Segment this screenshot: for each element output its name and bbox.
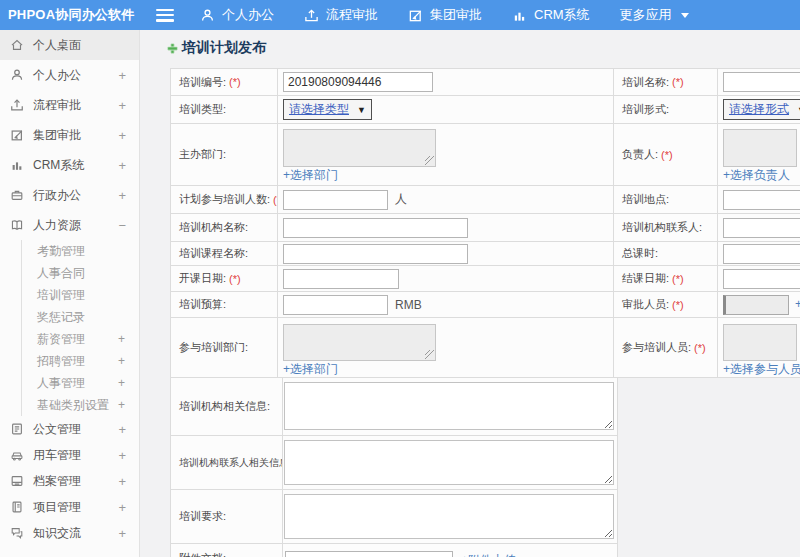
sidebar-item-document-mgmt[interactable]: 公文管理 + (0, 416, 139, 442)
nav-workflow-approval[interactable]: 流程审批 (304, 6, 378, 24)
field-label: 培训课程名称: (179, 246, 248, 261)
org-info-textarea[interactable] (284, 382, 614, 430)
training-no-input[interactable] (283, 72, 433, 92)
document-icon (10, 422, 24, 436)
sidebar-item-human-resources[interactable]: 人力资源 − (0, 210, 139, 240)
sidebar-item-label: 公文管理 (33, 421, 81, 438)
menu-toggle-icon[interactable] (156, 9, 174, 22)
expand-plus-icon[interactable]: + (118, 372, 125, 394)
expand-plus-icon[interactable]: + (118, 526, 126, 541)
select-approver-link[interactable]: +选择审批人员 (795, 296, 800, 313)
subitem-label: 基础类别设置 (37, 398, 109, 412)
approver-input[interactable] (723, 295, 789, 315)
select-dept-link[interactable]: +选择部门 (283, 167, 338, 184)
field-label: 参与培训部门: (179, 340, 248, 355)
sidebar-item-vehicle-mgmt[interactable]: 用车管理 + (0, 442, 139, 468)
sidebar-item-label: 知识交流 (33, 525, 81, 542)
sidebar-subitem-salary-mgmt[interactable]: 薪资管理+ (22, 328, 139, 350)
sidebar-item-label: 个人桌面 (33, 37, 81, 54)
sidebar-subitem-hr-contract[interactable]: 人事合同 (22, 262, 139, 284)
nav-crm-system[interactable]: CRM系统 (512, 6, 590, 24)
home-icon (10, 38, 24, 52)
expand-plus-icon[interactable]: + (118, 500, 126, 515)
budget-input[interactable] (283, 295, 388, 315)
course-name-input[interactable] (283, 244, 468, 264)
top-header: PHPOA协同办公软件 个人办公 流程审批 集团审批 CRM系统 更多应用 (0, 0, 800, 30)
nav-label: 个人办公 (222, 6, 274, 24)
sidebar-item-admin-office[interactable]: 行政办公 + (0, 180, 139, 210)
total-hours-input[interactable] (723, 244, 800, 264)
select-dept-link[interactable]: +选择部门 (283, 361, 338, 378)
requirements-textarea[interactable] (284, 494, 614, 539)
training-form-select[interactable]: 请选择形式 ▼ (723, 99, 800, 120)
join-dept-box[interactable] (283, 324, 436, 361)
field-label: 培训机构名称: (179, 220, 248, 235)
nav-personal-office[interactable]: 个人办公 (200, 6, 274, 24)
sidebar-item-personal-office[interactable]: 个人办公 + (0, 60, 139, 90)
nav-group-approval[interactable]: 集团审批 (408, 6, 482, 24)
expand-plus-icon[interactable]: + (118, 68, 126, 83)
location-input[interactable] (723, 190, 800, 210)
sidebar-item-workflow-approval[interactable]: 流程审批 + (0, 90, 139, 120)
sidebar-subitem-reward-record[interactable]: 奖惩记录 (22, 306, 139, 328)
leader-box[interactable] (723, 129, 797, 167)
select-caret-icon: ▼ (357, 105, 366, 115)
attachment-upload-link[interactable]: +附件上传 (461, 552, 516, 557)
expand-plus-icon[interactable]: + (118, 188, 126, 203)
subitem-label: 人事管理 (37, 376, 85, 390)
expand-plus-icon[interactable]: + (118, 328, 125, 350)
expand-plus-icon[interactable]: + (118, 158, 126, 173)
expand-plus-icon[interactable]: + (118, 474, 126, 489)
org-name-input[interactable] (283, 218, 468, 238)
org-contact-info-textarea[interactable] (284, 440, 614, 485)
car-icon (10, 448, 24, 462)
chart-icon (512, 8, 527, 23)
org-contact-input[interactable] (723, 218, 800, 238)
training-name-input[interactable] (723, 72, 800, 92)
chat-icon (10, 526, 24, 540)
select-value: 请选择类型 (289, 101, 349, 118)
training-type-select[interactable]: 请选择类型 ▼ (283, 99, 372, 120)
required-mark: (*) (229, 273, 241, 285)
expand-plus-icon[interactable]: + (118, 448, 126, 463)
sidebar-subitem-attendance[interactable]: 考勤管理 (22, 240, 139, 262)
training-form-textareas: 培训机构相关信息: 培训机构联系人相关信息: 培训要求: 附件文档: +附件上传 (170, 377, 618, 557)
collapse-minus-icon[interactable]: − (118, 218, 126, 233)
sidebar-item-label: 项目管理 (33, 499, 81, 516)
sidebar-item-label: CRM系统 (33, 157, 84, 174)
unit-label: 人 (395, 191, 407, 208)
field-label: 主办部门: (179, 147, 226, 162)
start-date-input[interactable] (283, 269, 399, 289)
expand-plus-icon[interactable]: + (118, 128, 126, 143)
sidebar-subitem-training-mgmt[interactable]: 培训管理 (22, 284, 139, 306)
expand-plus-icon[interactable]: + (118, 394, 125, 416)
sidebar-item-personal-desktop[interactable]: 个人桌面 (0, 30, 139, 60)
nav-more-apps[interactable]: 更多应用 (620, 6, 689, 24)
expand-plus-icon[interactable]: + (118, 98, 126, 113)
end-date-input[interactable] (723, 269, 800, 289)
join-people-box[interactable] (723, 324, 797, 361)
field-label: 计划参与培训人数: (179, 192, 270, 207)
field-label: 培训地点: (622, 192, 669, 207)
sidebar-item-label: 流程审批 (33, 97, 81, 114)
sidebar: 个人桌面 个人办公 + 流程审批 + 集团审批 + CRM系统 + 行政办公 +… (0, 30, 140, 557)
sidebar-item-archive-mgmt[interactable]: 档案管理 + (0, 468, 139, 494)
expand-plus-icon[interactable]: + (118, 422, 126, 437)
attachment-input[interactable] (285, 551, 453, 557)
sidebar-item-crm[interactable]: CRM系统 + (0, 150, 139, 180)
host-dept-box[interactable] (283, 129, 436, 167)
sidebar-subitem-recruit-mgmt[interactable]: 招聘管理+ (22, 350, 139, 372)
select-leader-link[interactable]: +选择负责人 (723, 167, 790, 184)
expand-plus-icon[interactable]: + (118, 350, 125, 372)
sidebar-item-knowledge-exchange[interactable]: 知识交流 + (0, 520, 139, 546)
sidebar-subitem-personnel-mgmt[interactable]: 人事管理+ (22, 372, 139, 394)
sidebar-item-project-mgmt[interactable]: 项目管理 + (0, 494, 139, 520)
sidebar-item-group-approval[interactable]: 集团审批 + (0, 120, 139, 150)
select-participants-link[interactable]: +选择参与人员 (723, 361, 800, 378)
required-mark: (*) (672, 76, 684, 88)
sidebar-subitem-base-category[interactable]: 基础类别设置+ (22, 394, 139, 416)
planned-count-input[interactable] (283, 190, 388, 210)
edit-icon (10, 128, 24, 142)
subitem-label: 培训管理 (37, 288, 85, 302)
field-label: 审批人员: (622, 297, 669, 312)
